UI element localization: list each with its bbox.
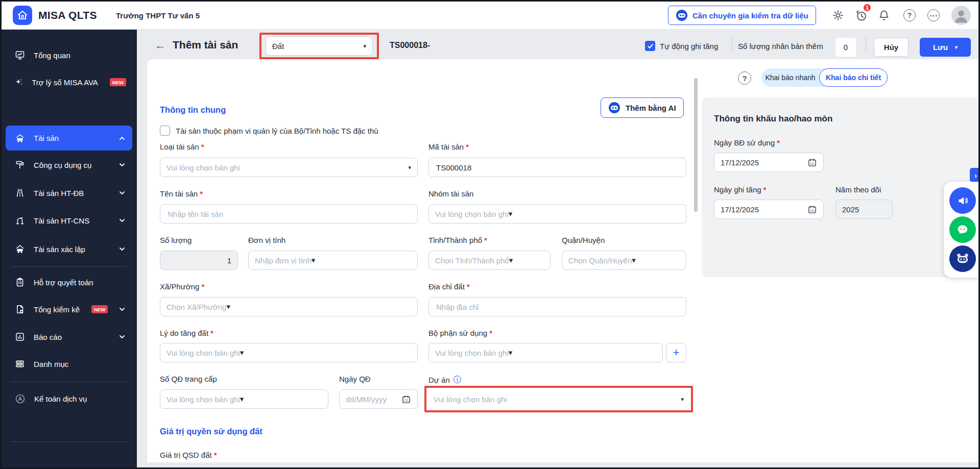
- calendar-icon: [807, 205, 817, 214]
- sidebar-item-label: Danh mục: [34, 360, 68, 368]
- dia-chi-dat-input[interactable]: [435, 302, 680, 312]
- required-marker: *: [214, 451, 217, 459]
- robot-icon: [608, 102, 620, 114]
- xa-phuong-select[interactable]: Chọn Xã/Phường ▾: [160, 297, 418, 316]
- sidebar-item-bao-cao[interactable]: Báo cáo: [6, 326, 132, 348]
- field-label: Dự án ⓘ: [428, 375, 462, 385]
- ly-do-tang-dat-select[interactable]: Vui lòng chọn bản ghi ▾: [160, 343, 418, 362]
- don-vi-tinh-select[interactable]: Nhập đơn vị tính ▾: [248, 251, 418, 270]
- document-check-icon: [15, 304, 25, 314]
- sidebar-item-tro-ly-so[interactable]: Trợ lý số MISA AVA NEW: [6, 71, 132, 93]
- new-badge: NEW: [91, 305, 108, 313]
- nhom-tai-san-select[interactable]: Vui lòng chọn bản ghi ▾: [428, 204, 686, 224]
- caret-down-icon: ▾: [226, 302, 230, 311]
- field-label: Số lượng: [160, 236, 192, 244]
- expert-check-label: Cần chuyên gia kiểm tra dữ liệu: [692, 11, 808, 20]
- chat-widget-button[interactable]: [949, 216, 976, 243]
- announcement-widget-button[interactable]: [949, 187, 976, 214]
- so-qd-trang-cap-select[interactable]: Vui lòng chọn bản ghi ▾: [160, 389, 328, 409]
- ai-assistant-widget-button[interactable]: [949, 245, 976, 272]
- info-icon[interactable]: ⓘ: [453, 375, 462, 385]
- increase-date-input[interactable]: 17/12/2025: [714, 200, 824, 219]
- ngay-qd-date-input[interactable]: dd/MM/yyyy: [339, 389, 418, 409]
- sidebar-item-tong-kiem-ke[interactable]: Tổng kiểm kê NEW: [6, 299, 132, 320]
- home-camera-icon: [16, 9, 29, 21]
- quick-declare-toggle[interactable]: Khai báo nhanh: [761, 73, 819, 82]
- sidebar-item-label: Tài sản HT-CNS: [34, 216, 89, 225]
- du-an-select[interactable]: Vui lòng chọn bản ghi ▾: [427, 389, 690, 409]
- sidebar-item-tai-san-xac-lap[interactable]: Tài sản xác lập: [6, 238, 132, 260]
- field-label: Ngày QĐ: [339, 375, 371, 383]
- settings-gear-icon[interactable]: [831, 9, 845, 22]
- field-label: Ngày BĐ sử dụng*: [714, 138, 780, 147]
- loai-tai-san-select[interactable]: Vui lòng chọn bản ghi ▾: [160, 158, 418, 177]
- sidebar-item-label: Báo cáo: [34, 333, 62, 341]
- vertical-scrollbar[interactable]: [694, 78, 698, 212]
- sidebar-divider: [11, 266, 127, 267]
- caret-down-icon: ▾: [632, 256, 636, 265]
- field-label: Xã/Phường*: [160, 282, 204, 291]
- panel-expand-tab[interactable]: ›: [970, 168, 980, 182]
- sidebar-item-tai-san-ht-db[interactable]: Tài sản HT-ĐB: [6, 182, 132, 204]
- calendar-icon: [401, 394, 411, 404]
- auto-increase-checkbox[interactable]: [645, 41, 655, 51]
- app-root: MISA QLTS Trường THPT Tư vấn 5 Cần chuyê…: [0, 0, 980, 469]
- more-glyph: ⋯: [929, 11, 938, 20]
- ma-tai-san-input-wrap: [428, 158, 686, 177]
- caret-down-icon: ▾: [240, 394, 244, 404]
- ten-tai-san-input[interactable]: [166, 209, 411, 219]
- chevron-down-icon: [118, 333, 126, 341]
- help-icon[interactable]: ?: [738, 71, 751, 85]
- asset-type-value: Đất: [272, 42, 284, 51]
- sidebar-item-danh-muc[interactable]: Danh mục: [6, 353, 132, 375]
- divider: [866, 37, 866, 53]
- quan-huyen-select[interactable]: Chọn Quận/Huyện ▾: [562, 251, 686, 270]
- paint-roller-icon: [15, 160, 25, 170]
- more-menu-icon[interactable]: ⋯: [927, 9, 940, 22]
- sidebar-item-tong-quan[interactable]: Tổng quan: [6, 44, 132, 66]
- bar-chart-icon: [15, 332, 25, 342]
- organization-name: Trường THPT Tư vấn 5: [116, 11, 200, 20]
- asset-car-icon: [15, 244, 25, 254]
- so-luong-value: 1: [227, 256, 231, 265]
- dia-chi-dat-input-wrap: [428, 297, 686, 316]
- sidebar-item-tai-san[interactable]: Tài sản: [6, 126, 132, 151]
- help-glyph: ?: [907, 11, 912, 19]
- bo-phan-su-dung-select[interactable]: Vui lòng chọn bản ghi ▾: [428, 343, 663, 362]
- field-label: Địa chỉ đất*: [428, 282, 470, 291]
- field-label: Ngày ghi tăng*: [714, 185, 766, 194]
- field-label: Tỉnh/Thành phố*: [428, 236, 487, 244]
- sidebar-item-ho-tro-quyet-toan[interactable]: Hỗ trợ quyết toán: [6, 271, 132, 293]
- app-logo[interactable]: [13, 6, 32, 25]
- add-department-button[interactable]: +: [666, 343, 686, 362]
- back-arrow-icon[interactable]: ←: [155, 40, 166, 51]
- required-marker: *: [489, 329, 492, 337]
- sidebar-item-tai-san-ht-cns[interactable]: Tài sản HT-CNS: [6, 210, 132, 231]
- clone-count-label: Số lượng nhân bản thêm: [738, 42, 823, 51]
- ma-tai-san-input[interactable]: [435, 163, 680, 172]
- sidebar-item-ke-toan-dich-vu[interactable]: Kế toán dịch vụ: [6, 388, 132, 409]
- user-avatar[interactable]: [951, 6, 971, 27]
- sidebar-item-label: Tài sản HT-ĐB: [34, 189, 84, 198]
- sidebar-item-cong-cu-dung-cu[interactable]: Công cụ dụng cụ: [6, 154, 132, 176]
- save-button[interactable]: Lưu ▾: [920, 38, 971, 57]
- accounting-service-icon: [15, 393, 26, 404]
- asset-type-select[interactable]: Đất ▾: [266, 36, 373, 56]
- clone-count-input[interactable]: 0: [835, 38, 856, 57]
- start-use-date-input[interactable]: 17/12/2025: [714, 153, 824, 172]
- scope-checkbox[interactable]: [160, 126, 170, 136]
- add-with-ai-button[interactable]: Thêm bằng AI: [601, 97, 684, 118]
- history-notification-badge: 1: [863, 3, 872, 12]
- expert-check-button[interactable]: Cần chuyên gia kiểm tra dữ liệu: [668, 6, 816, 25]
- asset-type-highlight: Đất ▾: [259, 33, 379, 59]
- topbar: MISA QLTS Trường THPT Tư vấn 5 Cần chuyê…: [2, 2, 978, 30]
- cancel-button[interactable]: Hủy: [874, 38, 909, 57]
- placeholder: Chọn Tỉnh/Thành phố: [435, 256, 509, 265]
- depreciation-panel: Thông tin khấu hao/hao mòn Ngày BĐ sử dụ…: [702, 97, 980, 277]
- detail-declare-toggle[interactable]: Khai báo chi tiết: [819, 68, 888, 87]
- placeholder: Vui lòng chọn bản ghi: [166, 349, 240, 357]
- notification-bell-icon[interactable]: [877, 9, 891, 22]
- help-icon[interactable]: ?: [903, 9, 916, 22]
- field-label: Loại tài sản*: [160, 142, 204, 151]
- tinh-thanh-pho-select[interactable]: Chọn Tỉnh/Thành phố ▾: [428, 251, 551, 270]
